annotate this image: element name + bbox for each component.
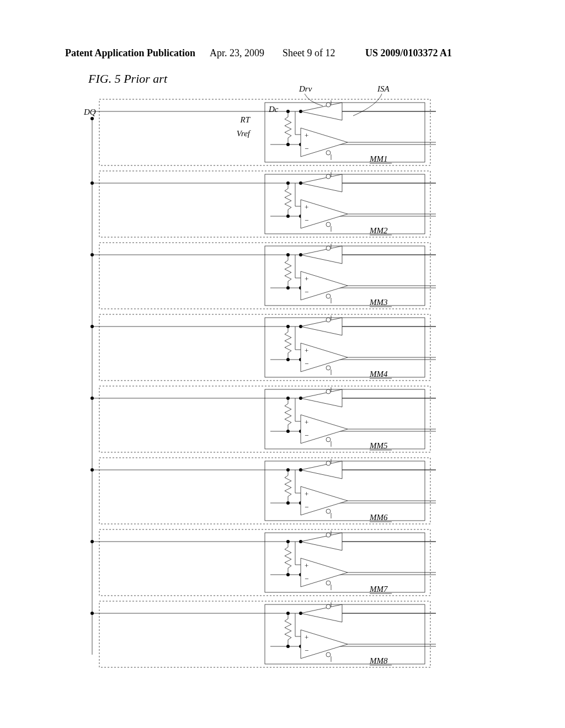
label-dc: Dc xyxy=(268,105,279,114)
label-vref: Vref xyxy=(237,129,251,138)
label-mm8: MM8 xyxy=(369,656,388,665)
module-mm8: MM8 xyxy=(92,601,436,667)
patent-number: US 2009/0103372 A1 xyxy=(365,47,452,59)
label-mm2: MM2 xyxy=(369,226,388,235)
svg-point-36 xyxy=(90,612,94,615)
module-mm6: MM6 xyxy=(92,458,436,524)
module-mm1: Dc RT Vref MM1 xyxy=(92,99,436,165)
figure-5: FIG. 5 Prior art Drv ISA DQ xyxy=(55,72,508,711)
svg-point-33 xyxy=(90,397,94,400)
module-mm7: MM7 xyxy=(92,529,436,596)
svg-point-31 xyxy=(90,253,94,256)
svg-point-30 xyxy=(90,181,94,185)
date-label: Apr. 23, 2009 xyxy=(210,47,264,59)
label-rt: RT xyxy=(239,115,250,124)
module-mm3: MM3 xyxy=(92,243,436,309)
label-dq: DQ xyxy=(83,108,96,116)
label-drv: Drv xyxy=(299,84,312,93)
module-mm4: MM4 xyxy=(92,314,436,381)
label-isa: ISA xyxy=(377,84,390,93)
label-mm1: MM1 xyxy=(369,154,388,163)
module-mm2: MM2 xyxy=(92,171,436,237)
publication-label: Patent Application Publication xyxy=(65,47,195,59)
page: Patent Application Publication Apr. 23, … xyxy=(0,0,565,728)
sheet-label: Sheet 9 of 12 xyxy=(282,47,335,59)
label-mm4: MM4 xyxy=(369,370,388,378)
label-mm5: MM5 xyxy=(369,441,388,450)
svg-point-32 xyxy=(90,325,94,328)
label-mm7: MM7 xyxy=(369,585,388,593)
figure-label: FIG. 5 Prior art xyxy=(88,72,168,85)
module-mm5: MM5 xyxy=(92,386,436,452)
svg-point-35 xyxy=(90,540,94,543)
label-mm6: MM6 xyxy=(369,513,388,522)
label-mm3: MM3 xyxy=(369,298,388,307)
svg-point-34 xyxy=(90,468,94,472)
